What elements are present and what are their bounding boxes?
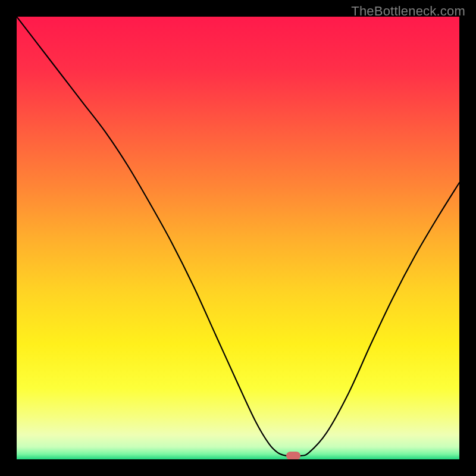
plot-area [17, 17, 459, 459]
bottleneck-curve [17, 17, 459, 459]
chart-frame: TheBottleneck.com [0, 0, 476, 476]
minimum-marker [286, 452, 300, 459]
watermark-text: TheBottleneck.com [351, 4, 465, 19]
